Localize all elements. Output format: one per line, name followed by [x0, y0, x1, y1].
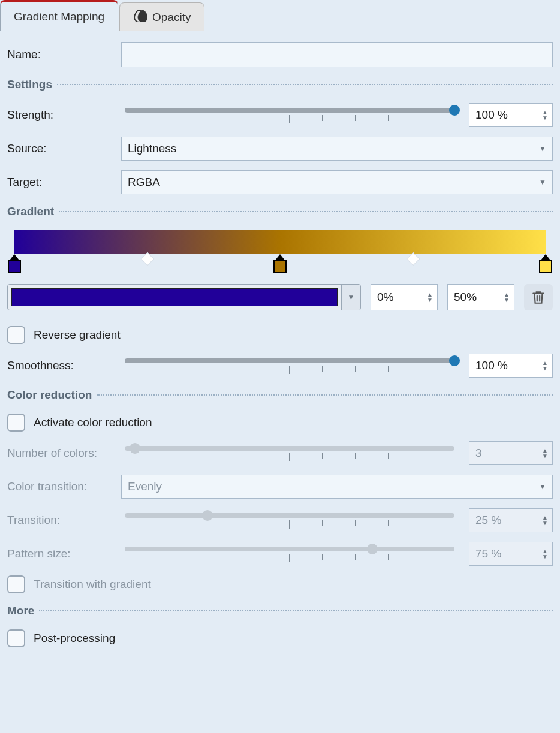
- tab-label: Gradient Mapping: [14, 10, 104, 23]
- target-label: Target:: [7, 176, 121, 189]
- spin-down-icon: ▼: [540, 520, 550, 526]
- transition-label: Transition:: [7, 514, 121, 527]
- pattern-size-value: 75 %: [475, 547, 501, 560]
- opacity-icon: [133, 9, 147, 25]
- gradient-bar[interactable]: [14, 230, 546, 254]
- delete-stop-button[interactable]: [524, 284, 553, 310]
- strength-value: 100 %: [475, 108, 508, 122]
- target-value: RGBA: [128, 176, 160, 189]
- tab-bar: Gradient Mapping Opacity: [0, 0, 560, 31]
- chevron-down-icon: ▼: [539, 178, 546, 186]
- transition-with-gradient-checkbox: [7, 575, 25, 593]
- chevron-down-icon: ▼: [539, 482, 546, 491]
- tab-gradient-mapping[interactable]: Gradient Mapping: [0, 0, 118, 31]
- strength-slider[interactable]: [121, 108, 458, 122]
- divider: [39, 610, 553, 611]
- midpoint-spin[interactable]: 50% ▲▼: [447, 284, 514, 310]
- midpoint-value: 50%: [454, 291, 477, 304]
- name-label: Name:: [7, 48, 121, 61]
- strength-label: Strength:: [7, 108, 121, 122]
- reverse-gradient-checkbox[interactable]: [7, 326, 25, 344]
- gradient-stop[interactable]: [7, 254, 22, 273]
- color-transition-select: Evenly ▼: [121, 475, 553, 499]
- source-value: Lightness: [128, 142, 176, 155]
- pattern-size-spin: 75 % ▲▼: [469, 542, 553, 566]
- gradient-midpoint[interactable]: [140, 254, 155, 264]
- post-processing-label: Post-processing: [34, 632, 115, 645]
- spin-down-icon: ▼: [540, 554, 550, 559]
- post-processing-checkbox[interactable]: [7, 629, 25, 647]
- divider: [97, 394, 553, 396]
- stop-position-spin[interactable]: 0% ▲▼: [371, 284, 438, 310]
- activate-color-reduction-checkbox[interactable]: [7, 414, 25, 432]
- target-select[interactable]: RGBA ▼: [121, 170, 553, 194]
- gradient-stop[interactable]: [538, 254, 553, 273]
- activate-color-reduction-label: Activate color reduction: [34, 416, 152, 429]
- strength-spin[interactable]: 100 % ▲▼: [469, 103, 553, 127]
- divider: [59, 211, 553, 212]
- transition-spin: 25 % ▲▼: [469, 508, 553, 532]
- gradient-stops-row: [14, 254, 546, 275]
- section-more-title: More: [7, 604, 34, 617]
- smoothness-spin[interactable]: 100 % ▲▼: [469, 354, 553, 378]
- color-transition-value: Evenly: [128, 480, 162, 493]
- pattern-size-label: Pattern size:: [7, 547, 121, 560]
- smoothness-slider[interactable]: [121, 358, 458, 373]
- divider: [57, 84, 553, 85]
- tab-label: Opacity: [152, 11, 191, 24]
- gradient-stop[interactable]: [273, 254, 287, 273]
- name-input[interactable]: [121, 42, 553, 67]
- color-transition-label: Color transition:: [7, 480, 121, 493]
- spin-down-icon[interactable]: ▼: [540, 115, 550, 120]
- section-color-reduction-title: Color reduction: [7, 388, 92, 402]
- num-colors-spin: 3 ▲▼: [469, 441, 553, 465]
- reverse-gradient-label: Reverse gradient: [34, 328, 121, 342]
- num-colors-value: 3: [475, 447, 482, 460]
- tab-opacity[interactable]: Opacity: [119, 2, 204, 31]
- spin-down-icon[interactable]: ▼: [502, 297, 511, 303]
- chevron-down-icon: ▼: [539, 144, 546, 153]
- section-gradient-title: Gradient: [7, 205, 54, 218]
- source-select[interactable]: Lightness ▼: [121, 137, 553, 161]
- spin-down-icon: ▼: [540, 453, 550, 458]
- color-dropdown-button[interactable]: ▼: [341, 285, 360, 310]
- source-label: Source:: [7, 142, 121, 155]
- section-settings-title: Settings: [7, 78, 52, 91]
- num-colors-label: Number of colors:: [7, 447, 121, 460]
- stop-position-value: 0%: [377, 291, 393, 304]
- pattern-size-slider: [121, 547, 458, 561]
- trash-icon: [531, 289, 546, 305]
- transition-value: 25 %: [475, 514, 501, 527]
- spin-down-icon[interactable]: ▼: [425, 297, 435, 303]
- spin-down-icon[interactable]: ▼: [540, 366, 550, 371]
- stop-color-picker[interactable]: ▼: [7, 284, 361, 310]
- transition-with-gradient-label: Transition with gradient: [34, 578, 151, 591]
- smoothness-value: 100 %: [475, 359, 508, 372]
- gradient-midpoint[interactable]: [406, 254, 420, 264]
- smoothness-label: Smoothness:: [7, 359, 121, 372]
- transition-slider: [121, 513, 458, 527]
- num-colors-slider: [121, 446, 458, 460]
- selected-color-swatch: [11, 288, 338, 306]
